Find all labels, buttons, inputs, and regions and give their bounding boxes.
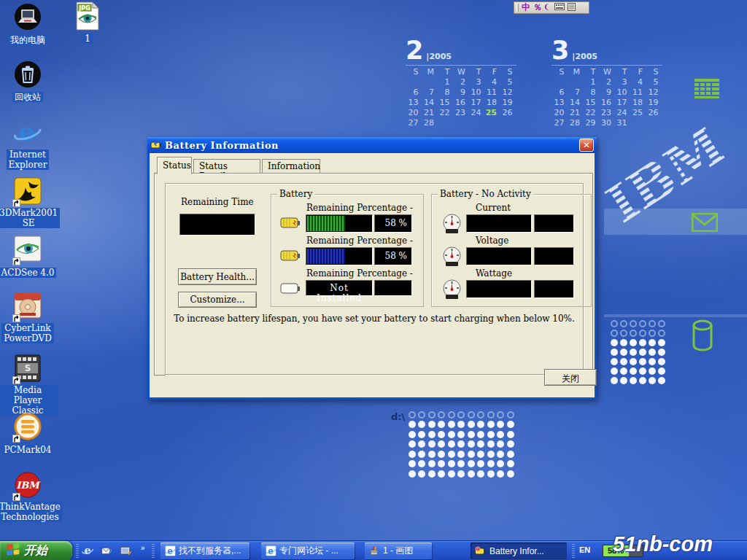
calendar-day: 15 bbox=[437, 98, 453, 108]
desktop-icon-recycle-bin[interactable]: 回收站 bbox=[0, 60, 58, 103]
desktop-icon-internet-explorer[interactable]: eInternet Explorer bbox=[0, 119, 58, 171]
desktop-icon-label: 回收站 bbox=[12, 92, 43, 102]
calendar-day: 20 bbox=[406, 108, 422, 118]
dialog-titlebar[interactable]: Battery Information ✕ bbox=[147, 137, 597, 153]
quick-launch-overflow-chevron[interactable]: » bbox=[141, 544, 145, 552]
shortcut-arrow-icon bbox=[12, 435, 20, 443]
quick-launch-internet-explorer-icon[interactable]: e bbox=[82, 545, 94, 557]
tab-information[interactable]: Information bbox=[262, 159, 320, 174]
ime-menu-icon[interactable] bbox=[568, 3, 576, 13]
envelope-icon bbox=[692, 213, 718, 235]
ime-drag-handle[interactable] bbox=[516, 4, 519, 12]
ime-soft-keyboard-icon[interactable] bbox=[554, 3, 565, 12]
customize-button[interactable]: Customize... bbox=[178, 292, 257, 308]
status-panel: Remaining Time Battery Health... Customi… bbox=[165, 183, 584, 375]
jpg-file-icon: JPG bbox=[73, 1, 102, 31]
calendar-weekday-row: SMTWTFS bbox=[551, 65, 662, 77]
tray-grip bbox=[572, 544, 575, 558]
calendar-month-header: 3|2005 bbox=[551, 39, 662, 63]
dot bbox=[630, 368, 637, 375]
desktop-icon-threedmark[interactable]: 3DMark2001 SE bbox=[0, 177, 58, 229]
desktop-icon-mpc[interactable]: SMedia Player Classic bbox=[0, 354, 58, 416]
dialog-titlebar-icon bbox=[150, 139, 162, 152]
calendar-day: 24 bbox=[614, 108, 630, 118]
dot-row bbox=[609, 376, 666, 385]
calendar-weekday: T bbox=[468, 67, 484, 77]
dot bbox=[649, 339, 656, 346]
taskbar-button-3[interactable]: 1 - 画图 bbox=[365, 542, 432, 559]
tab-status-detail[interactable]: Status Detail bbox=[193, 159, 260, 174]
dot bbox=[649, 377, 656, 384]
remaining-time-display bbox=[179, 214, 255, 236]
dot bbox=[649, 368, 656, 375]
dot-row bbox=[609, 319, 666, 328]
svg-text:e: e bbox=[167, 546, 173, 556]
desktop-icon-acdsee[interactable]: ACDSee 4.0 bbox=[0, 236, 58, 279]
dot bbox=[418, 451, 425, 458]
taskbar-button-4[interactable]: !Battery Infor... bbox=[471, 542, 567, 559]
quick-launch-show-desktop-icon[interactable] bbox=[120, 545, 132, 557]
mpc-icon: S bbox=[13, 354, 42, 384]
desktop-icon-powerdvd[interactable]: CyberLink PowerDVD bbox=[0, 292, 58, 344]
dot bbox=[507, 411, 514, 419]
desktop-icon-thinkvantage[interactable]: IBMThinkVantage Technologies bbox=[0, 471, 58, 523]
dot bbox=[611, 320, 618, 327]
svg-text:JPG: JPG bbox=[78, 5, 90, 12]
start-label: 开始 bbox=[24, 543, 47, 559]
start-button[interactable]: 开始 bbox=[0, 541, 72, 560]
dot bbox=[620, 339, 627, 346]
dot bbox=[468, 431, 475, 438]
wattage-label: Wattage bbox=[476, 268, 512, 279]
language-indicator[interactable]: EN bbox=[579, 545, 590, 554]
not-installed-display: Not Installed bbox=[306, 280, 373, 296]
calendar-day: 10 bbox=[614, 88, 630, 98]
dot bbox=[487, 460, 495, 467]
dot bbox=[477, 460, 484, 467]
ime-fullwidth-icon[interactable]: ％ bbox=[533, 3, 542, 12]
tab-status[interactable]: Status bbox=[157, 157, 192, 174]
current-unit-display bbox=[534, 214, 574, 233]
battery-charging-icon bbox=[280, 249, 301, 265]
dot bbox=[487, 470, 495, 478]
dot bbox=[448, 431, 455, 438]
quick-launch-grip[interactable] bbox=[76, 544, 79, 558]
close-button[interactable]: 关闭 bbox=[544, 369, 597, 386]
dot bbox=[658, 330, 665, 337]
dot bbox=[448, 421, 455, 428]
calendar-week-row: 13141516171819 bbox=[551, 98, 662, 108]
watermark-51nb: 51nb-com bbox=[613, 532, 747, 556]
svg-text:S: S bbox=[25, 363, 31, 373]
calendar-day: 28 bbox=[422, 118, 438, 128]
recycle-bin-icon bbox=[13, 60, 42, 89]
dot bbox=[611, 349, 618, 356]
dot bbox=[639, 377, 646, 384]
desktop-icon-my-computer[interactable]: 我的电脑 bbox=[0, 3, 58, 46]
battery-health-button[interactable]: Battery Health... bbox=[178, 268, 257, 285]
calendar-day: 9 bbox=[599, 88, 615, 98]
desktop-icon-label: 3DMark2001 SE bbox=[0, 208, 60, 228]
dot bbox=[507, 460, 514, 467]
calendar-day: 19 bbox=[646, 98, 662, 108]
dot bbox=[438, 451, 445, 458]
close-icon[interactable]: ✕ bbox=[579, 139, 594, 152]
voltage-unit-display bbox=[534, 247, 574, 265]
current-display bbox=[466, 214, 532, 233]
desktop-icon-jpg-file[interactable]: JPG1 bbox=[57, 1, 118, 44]
taskbar-button-1[interactable]: e找不到服务器,... bbox=[160, 542, 249, 559]
dot bbox=[468, 460, 475, 467]
remaining-time-label: Remaining Time bbox=[181, 197, 254, 207]
taskbar-button-2[interactable]: e专门网论坛 - ... bbox=[261, 542, 355, 559]
dot bbox=[487, 411, 495, 419]
ime-chinese-mode-button[interactable]: 中 bbox=[522, 3, 530, 12]
ime-language-bar[interactable]: 中 ％ bbox=[514, 1, 589, 14]
dot bbox=[630, 339, 637, 346]
calendar-weekday: M bbox=[568, 67, 584, 77]
calendar-day: 24 bbox=[468, 108, 484, 118]
calendar-day: 20 bbox=[551, 108, 568, 118]
taskband-grip[interactable] bbox=[152, 544, 155, 558]
quick-launch-outlook-express-icon[interactable] bbox=[101, 545, 113, 557]
dot bbox=[409, 460, 416, 467]
ime-punctuation-icon[interactable] bbox=[545, 2, 551, 14]
dot bbox=[658, 368, 665, 375]
desktop-icon-pcmark[interactable]: PCMark04 bbox=[0, 413, 58, 456]
